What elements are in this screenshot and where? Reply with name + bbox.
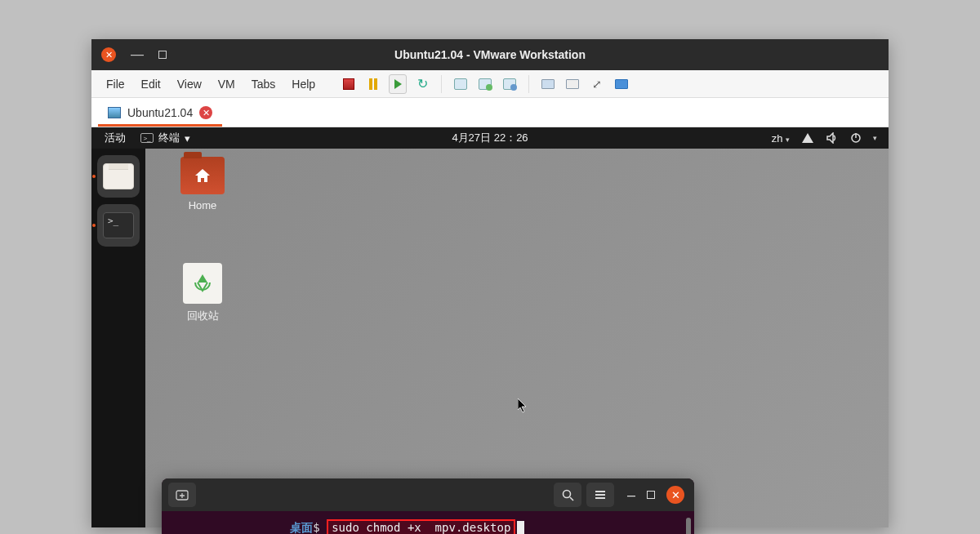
svg-point-5 <box>563 491 570 498</box>
chevron-down-icon: ▾ <box>185 132 190 145</box>
clock[interactable]: 4月27日 22：26 <box>91 131 889 145</box>
network-icon <box>801 132 814 144</box>
dock-item-files[interactable] <box>97 155 140 198</box>
prompt-symbol: $ <box>313 521 319 534</box>
terminal-icon: >_ <box>140 133 154 143</box>
activities-button[interactable]: 活动 <box>96 131 134 145</box>
console-icon <box>541 79 555 89</box>
files-icon <box>103 163 134 189</box>
terminal-headerbar[interactable]: – ✕ <box>162 478 694 511</box>
snapshot-revert-button[interactable] <box>501 75 519 93</box>
unity-button[interactable] <box>612 75 630 93</box>
power-icon <box>850 132 862 144</box>
desktop[interactable]: Home 回收站 <box>145 149 889 527</box>
terminal-scrollbar[interactable] <box>686 518 691 534</box>
menu-vm[interactable]: VM <box>212 74 242 94</box>
show-console-button[interactable] <box>539 75 557 93</box>
running-indicator <box>92 175 96 178</box>
search-button[interactable] <box>554 483 581 507</box>
status-area[interactable]: zh ▾ ▾ <box>772 132 884 145</box>
snapshot-icon <box>454 78 467 90</box>
desktop-icon-trash[interactable]: 回收站 <box>170 263 235 323</box>
stop-icon <box>343 78 354 90</box>
poweron-button[interactable] <box>389 75 407 93</box>
desktop-icon-home[interactable]: Home <box>170 157 235 211</box>
terminal-command: sudo chmod +x mpv.desktop <box>332 521 510 534</box>
fullscreen-icon: ⤢ <box>592 78 602 91</box>
cursor-caret <box>517 521 524 534</box>
desktop-icon-label: 回收站 <box>170 309 235 323</box>
terminal-line: xxxxxxxxxxxxxxxxx桌面$ sudo chmod +x mpv.d… <box>173 519 683 534</box>
menu-edit[interactable]: Edit <box>135 74 167 94</box>
app-menu-label: 终端 <box>158 131 180 145</box>
home-folder-icon <box>180 157 225 194</box>
window-maximize-button[interactable] <box>158 51 167 59</box>
prompt-path: 桌面 <box>290 521 313 534</box>
snapshot-manager-icon <box>479 78 492 90</box>
menu-tabs[interactable]: Tabs <box>245 74 283 94</box>
terminal-body[interactable]: xxxxxxxxxxxxxxxxx桌面$ sudo chmod +x mpv.d… <box>162 511 694 534</box>
titlebar[interactable]: ✕ — Ubuntu21.04 - VMware Workstation <box>91 39 889 70</box>
fullscreen-button[interactable]: ⤢ <box>588 75 606 93</box>
window-close-button[interactable]: ✕ <box>101 47 116 62</box>
terminal-close-button[interactable]: ✕ <box>666 486 684 504</box>
terminal-maximize-button[interactable] <box>647 491 655 499</box>
poweroff-button[interactable] <box>340 75 358 93</box>
unity-icon <box>615 79 628 89</box>
vm-tab-icon <box>108 107 121 118</box>
desktop-icon-label: Home <box>170 199 235 211</box>
menu-view[interactable]: View <box>171 74 208 94</box>
svg-line-6 <box>570 497 573 501</box>
show-thumbnail-button[interactable] <box>564 75 581 93</box>
dock-item-terminal[interactable]: >_ <box>97 204 140 247</box>
terminal-window[interactable]: – ✕ xxxxxxxxxxxxxxxxx桌面$ sudo chmod +x m… <box>162 478 694 534</box>
terminal-minimize-button[interactable]: – <box>627 487 635 504</box>
guest-display[interactable]: 活动 >_ 终端 ▾ 4月27日 22：26 zh ▾ ▾ <box>91 127 889 527</box>
terminal-icon: >_ <box>103 212 134 238</box>
cursor-icon <box>518 398 528 413</box>
vm-tab-label: Ubuntu21.04 <box>127 106 193 119</box>
gnome-topbar: 活动 >_ 终端 ▾ 4月27日 22：26 zh ▾ ▾ <box>91 127 889 149</box>
menubar: File Edit View VM Tabs Help ↻ ⤢ <box>91 70 889 98</box>
pause-icon <box>369 78 377 90</box>
thumbnail-icon <box>566 79 579 89</box>
cycle-icon: ↻ <box>417 76 428 91</box>
running-indicator <box>92 224 96 227</box>
highlighted-command: sudo chmod +x mpv.desktop <box>327 519 515 534</box>
app-menu[interactable]: >_ 终端 ▾ <box>134 131 197 145</box>
sound-icon <box>826 132 839 144</box>
menu-help[interactable]: Help <box>285 74 322 94</box>
chevron-down-icon: ▾ <box>873 134 877 142</box>
input-source-indicator[interactable]: zh ▾ <box>772 132 790 145</box>
suspend-button[interactable] <box>364 75 382 93</box>
vm-tab[interactable]: Ubuntu21.04 ✕ <box>98 100 222 127</box>
menu-button[interactable] <box>586 483 614 507</box>
window-minimize-button[interactable]: — <box>131 47 144 62</box>
trash-icon <box>183 263 222 304</box>
vm-tabstrip: Ubuntu21.04 ✕ <box>91 98 889 127</box>
snapshot-revert-icon <box>503 78 516 90</box>
window-title: Ubuntu21.04 - VMware Workstation <box>91 48 889 61</box>
dock: >_ <box>91 149 145 527</box>
vmware-window: ✕ — Ubuntu21.04 - VMware Workstation Fil… <box>91 39 889 527</box>
new-tab-button[interactable] <box>168 483 196 507</box>
play-icon <box>389 74 407 94</box>
restart-button[interactable]: ↻ <box>413 75 431 93</box>
snapshot-manager-button[interactable] <box>476 75 494 93</box>
chevron-down-icon: ▾ <box>786 136 790 144</box>
snapshot-button[interactable] <box>452 75 470 93</box>
vm-tab-close[interactable]: ✕ <box>199 106 212 119</box>
menu-file[interactable]: File <box>100 74 131 94</box>
